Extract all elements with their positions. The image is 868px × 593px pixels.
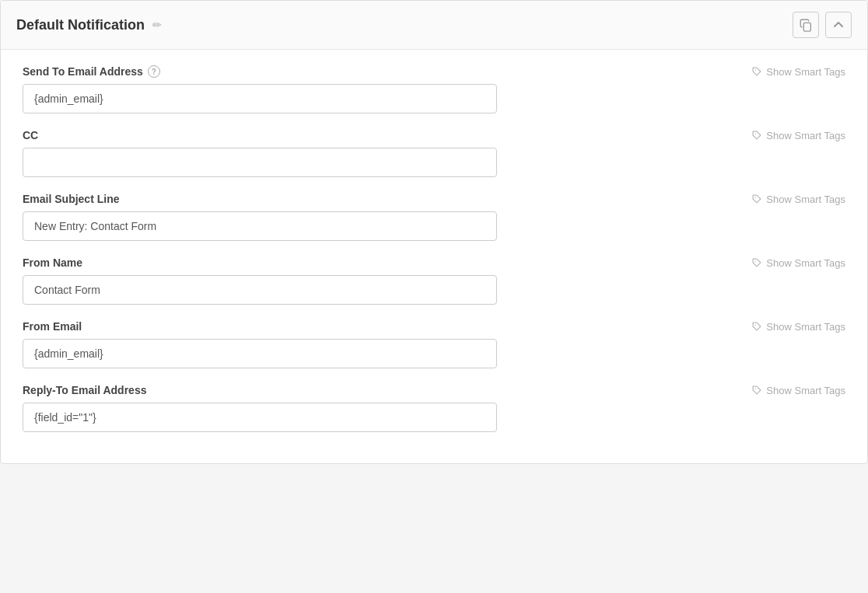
send-to-email-label: Send To Email Address: [23, 65, 143, 78]
tag-icon: [751, 257, 762, 268]
field-label-left-reply-to-email: Reply-To Email Address: [23, 384, 146, 396]
chevron-up-icon: [833, 19, 844, 30]
field-group-email-subject: Email Subject Line Show Smart Tags: [23, 193, 845, 241]
from-name-label: From Name: [23, 256, 82, 269]
cc-label: CC: [23, 129, 38, 141]
field-group-from-email: From Email Show Smart Tags: [23, 320, 845, 368]
svg-point-5: [755, 325, 756, 326]
from-email-label: From Email: [23, 320, 82, 333]
reply-to-email-label: Reply-To Email Address: [23, 384, 146, 396]
copy-icon: [799, 18, 813, 32]
help-icon[interactable]: ?: [148, 65, 160, 78]
from-email-input[interactable]: [23, 339, 497, 368]
field-label-left-email-subject: Email Subject Line: [23, 193, 119, 205]
email-subject-label: Email Subject Line: [23, 193, 119, 205]
show-smart-tags-email-subject[interactable]: Show Smart Tags: [751, 194, 845, 205]
field-label-row-cc: CC Show Smart Tags: [23, 129, 845, 141]
svg-point-6: [755, 389, 756, 389]
field-group-cc: CC Show Smart Tags: [23, 129, 845, 177]
field-label-left-from-name: From Name: [23, 256, 82, 269]
tag-icon: [751, 321, 762, 332]
svg-point-1: [755, 70, 756, 71]
edit-icon[interactable]: ✏: [152, 19, 162, 31]
show-smart-tags-reply-to-email[interactable]: Show Smart Tags: [751, 385, 845, 396]
copy-button[interactable]: [793, 12, 819, 38]
panel-header: Default Notification ✏: [1, 1, 867, 50]
field-group-reply-to-email: Reply-To Email Address Show Smart Tags: [23, 384, 845, 432]
field-label-row-reply-to-email: Reply-To Email Address Show Smart Tags: [23, 384, 845, 396]
tag-icon: [751, 385, 762, 396]
field-label-row-from-email: From Email Show Smart Tags: [23, 320, 845, 333]
field-label-left-cc: CC: [23, 129, 38, 141]
cc-input[interactable]: [23, 148, 497, 177]
field-group-from-name: From Name Show Smart Tags: [23, 256, 845, 305]
field-label-left-from-email: From Email: [23, 320, 82, 333]
svg-point-2: [755, 134, 756, 134]
svg-point-4: [755, 261, 756, 262]
field-label-row-from-name: From Name Show Smart Tags: [23, 256, 845, 269]
show-smart-tags-from-name[interactable]: Show Smart Tags: [751, 257, 845, 269]
show-smart-tags-cc[interactable]: Show Smart Tags: [751, 130, 845, 141]
show-smart-tags-send-to-email[interactable]: Show Smart Tags: [751, 66, 845, 78]
send-to-email-input[interactable]: [23, 84, 497, 113]
panel-title: Default Notification: [16, 17, 145, 33]
tag-icon: [751, 194, 762, 204]
reply-to-email-input[interactable]: [23, 403, 497, 432]
notification-panel: Default Notification ✏ Send To Emai: [0, 0, 868, 464]
field-label-row: Send To Email Address ? Show Smart Tags: [23, 65, 845, 78]
header-right: [793, 12, 852, 38]
collapse-button[interactable]: [825, 12, 852, 38]
email-subject-input[interactable]: [23, 211, 497, 241]
from-name-input[interactable]: [23, 275, 497, 305]
tag-icon: [751, 130, 762, 141]
svg-rect-0: [803, 23, 810, 31]
field-group-send-to-email: Send To Email Address ? Show Smart Tags: [23, 65, 845, 113]
field-label-row-email-subject: Email Subject Line Show Smart Tags: [23, 193, 845, 205]
svg-point-3: [755, 197, 756, 198]
show-smart-tags-from-email[interactable]: Show Smart Tags: [751, 321, 845, 333]
header-left: Default Notification ✏: [16, 17, 162, 33]
panel-body: Send To Email Address ? Show Smart Tags …: [1, 50, 867, 463]
field-label-left: Send To Email Address ?: [23, 65, 160, 78]
tag-icon: [751, 66, 762, 77]
